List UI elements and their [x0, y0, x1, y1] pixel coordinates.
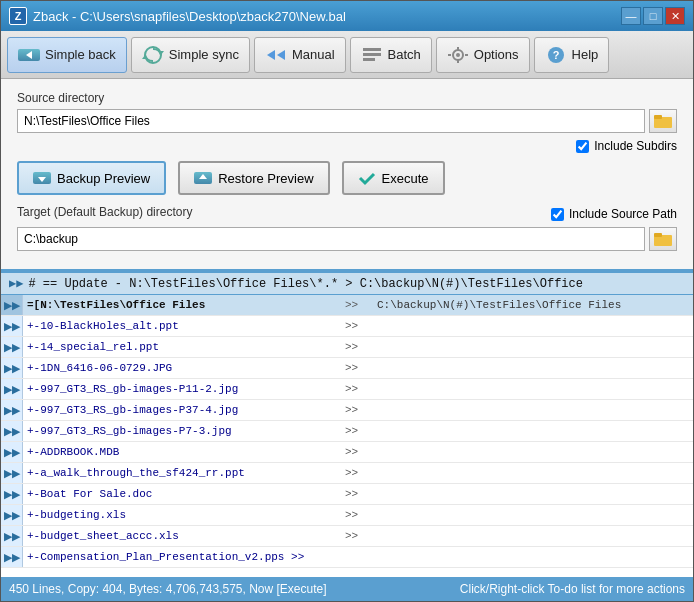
row-filename: +-Compensation_Plan_Presentation_v2.pps …	[23, 550, 343, 564]
output-list[interactable]: ▶▶=[N:\TestFiles\Office Files>>C:\backup…	[1, 295, 693, 577]
svg-marker-4	[142, 55, 148, 59]
include-subdirs-checkbox[interactable]	[576, 140, 589, 153]
row-dest	[373, 367, 381, 369]
include-subdirs-label: Include Subdirs	[594, 139, 677, 153]
row-arrow-sep: >>	[343, 403, 373, 417]
app-icon: Z	[9, 7, 27, 25]
restore-preview-icon	[194, 170, 212, 186]
simple-sync-icon	[142, 46, 164, 64]
title-bar-title: Zback - C:\Users\snapfiles\Desktop\zback…	[33, 9, 346, 24]
row-arrow-icon: ▶▶	[1, 316, 23, 336]
svg-point-2	[145, 47, 161, 63]
row-filename: +-10-BlackHoles_alt.ppt	[23, 319, 343, 333]
action-buttons-row: Backup Preview Restore Preview Execute	[17, 161, 677, 195]
restore-preview-button[interactable]: Restore Preview	[178, 161, 329, 195]
row-filename: +-14_special_rel.ppt	[23, 340, 343, 354]
toolbar-manual[interactable]: Manual	[254, 37, 346, 73]
target-folder-button[interactable]	[649, 227, 677, 251]
window-controls: — □ ✕	[621, 7, 685, 25]
row-arrow-icon: ▶▶	[1, 505, 23, 525]
svg-rect-25	[654, 233, 662, 237]
help-label: Help	[572, 47, 599, 62]
row-filename: +-997_GT3_RS_gb-images-P11-2.jpg	[23, 382, 343, 396]
toolbar-options[interactable]: Options	[436, 37, 530, 73]
row-arrow-icon: ▶▶	[1, 379, 23, 399]
simple-back-icon	[18, 46, 40, 64]
row-dest: C:\backup\N(#)\TestFiles\Office Files	[373, 298, 625, 312]
row-arrow-sep: >>	[343, 298, 373, 312]
execute-button[interactable]: Execute	[342, 161, 445, 195]
row-arrow-icon: ▶▶	[1, 547, 23, 567]
row-dest	[373, 409, 381, 411]
row-dest	[373, 388, 381, 390]
output-row: ▶▶+-997_GT3_RS_gb-images-P7-3.jpg>>	[1, 421, 693, 442]
row-filename: =[N:\TestFiles\Office Files	[23, 298, 343, 312]
backup-preview-label: Backup Preview	[57, 171, 150, 186]
app-window: Z Zback - C:\Users\snapfiles\Desktop\zba…	[0, 0, 694, 602]
row-dest	[373, 535, 381, 537]
svg-marker-5	[267, 50, 275, 60]
output-header: ▶▶ # == Update - N:\TestFiles\Office Fil…	[1, 273, 693, 295]
row-dest	[373, 451, 381, 453]
maximize-button[interactable]: □	[643, 7, 663, 25]
minimize-button[interactable]: —	[621, 7, 641, 25]
row-arrow-sep: >>	[343, 508, 373, 522]
backup-preview-icon	[33, 170, 51, 186]
main-form: Source directory Include Subdirs Ba	[1, 79, 693, 271]
title-bar: Z Zback - C:\Users\snapfiles\Desktop\zba…	[1, 1, 693, 31]
output-header-icon: ▶▶	[9, 276, 23, 291]
source-label: Source directory	[17, 91, 677, 105]
row-filename: +-budget_sheet_accc.xls	[23, 529, 343, 543]
svg-rect-8	[363, 53, 381, 56]
toolbar-batch[interactable]: Batch	[350, 37, 432, 73]
row-arrow-sep: >>	[343, 319, 373, 333]
row-filename: +-997_GT3_RS_gb-images-P37-4.jpg	[23, 403, 343, 417]
row-filename: +-Boat For Sale.doc	[23, 487, 343, 501]
row-arrow-sep: >>	[343, 424, 373, 438]
svg-rect-7	[363, 48, 381, 51]
row-arrow-icon: ▶▶	[1, 337, 23, 357]
help-icon: ?	[545, 46, 567, 64]
toolbar-simple-back[interactable]: Simple back	[7, 37, 127, 73]
row-filename: +-a_walk_through_the_sf424_rr.ppt	[23, 466, 343, 480]
row-dest	[373, 346, 381, 348]
row-arrow-icon: ▶▶	[1, 295, 23, 315]
output-row: ▶▶+-14_special_rel.ppt>>	[1, 337, 693, 358]
row-arrow-sep: >>	[343, 487, 373, 501]
status-right: Click/Right-click To-do list for more ac…	[460, 582, 685, 596]
toolbar-simple-sync[interactable]: Simple sync	[131, 37, 250, 73]
row-arrow-sep: >>	[343, 466, 373, 480]
toolbar-help[interactable]: ? Help	[534, 37, 610, 73]
include-source-path-checkbox[interactable]	[551, 208, 564, 221]
target-label: Target (Default Backup) directory	[17, 205, 192, 219]
row-filename: +-997_GT3_RS_gb-images-P7-3.jpg	[23, 424, 343, 438]
output-row: ▶▶+-10-BlackHoles_alt.ppt>>	[1, 316, 693, 337]
row-arrow-icon: ▶▶	[1, 463, 23, 483]
status-bar: 450 Lines, Copy: 404, Bytes: 4,706,743,5…	[1, 577, 693, 601]
svg-text:?: ?	[552, 49, 559, 61]
svg-marker-3	[158, 51, 164, 55]
row-arrow-sep	[343, 556, 373, 558]
backup-preview-button[interactable]: Backup Preview	[17, 161, 166, 195]
row-dest	[373, 325, 381, 327]
target-input[interactable]	[17, 227, 645, 251]
svg-marker-6	[277, 50, 285, 60]
output-row: ▶▶+-a_walk_through_the_sf424_rr.ppt>>	[1, 463, 693, 484]
options-label: Options	[474, 47, 519, 62]
source-folder-button[interactable]	[649, 109, 677, 133]
row-arrow-sep: >>	[343, 382, 373, 396]
row-arrow-icon: ▶▶	[1, 442, 23, 462]
output-row: ▶▶+-budgeting.xls>>	[1, 505, 693, 526]
svg-rect-19	[654, 115, 662, 119]
execute-icon	[358, 170, 376, 186]
row-dest	[373, 493, 381, 495]
source-row	[17, 109, 677, 133]
output-row: ▶▶+-1DN_6416-06-0729.JPG>>	[1, 358, 693, 379]
row-dest	[373, 556, 381, 558]
manual-label: Manual	[292, 47, 335, 62]
include-source-path-label: Include Source Path	[569, 207, 677, 221]
source-input[interactable]	[17, 109, 645, 133]
row-arrow-icon: ▶▶	[1, 400, 23, 420]
close-button[interactable]: ✕	[665, 7, 685, 25]
subdirs-row: Include Subdirs	[17, 139, 677, 153]
